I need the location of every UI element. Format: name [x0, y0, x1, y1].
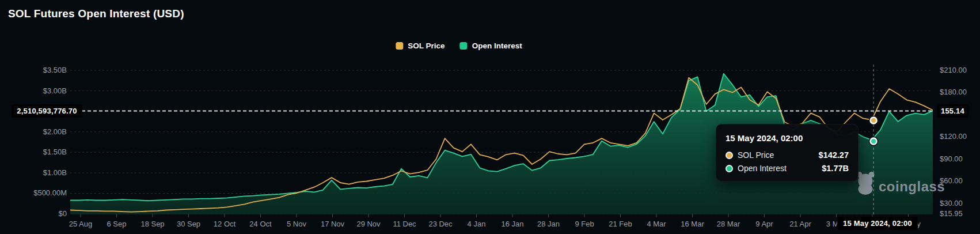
x-axis-label: 18 Sep	[140, 220, 164, 228]
x-axis-label: 5 Nov	[287, 220, 306, 228]
sol-price-current-badge: 155.14	[937, 104, 968, 118]
left-axis-label: $1.50B	[0, 148, 67, 157]
chart-canvas[interactable]: coinglass	[0, 0, 980, 234]
hover-date-badge: 15 May 2024, 02:00	[837, 217, 918, 230]
legend-swatch-icon	[396, 42, 403, 50]
coinglass-mascot-icon	[857, 172, 875, 195]
legend-item-label: Open Interest	[472, 41, 522, 50]
left-axis-label: $500.00M	[0, 188, 67, 198]
left-axis-label: $1.00B	[0, 168, 67, 178]
chart-legend: SOL PriceOpen Interest	[396, 41, 522, 50]
right-axis-label: $120.00	[940, 132, 967, 141]
open-interest-current-badge: 2,510,593,776.70	[12, 104, 82, 118]
coinglass-watermark-text: coinglass	[879, 179, 945, 194]
tooltip-row-label: SOL Price	[738, 150, 774, 160]
x-axis-label: 24 Oct	[249, 220, 271, 228]
x-axis-label: 11 Dec	[393, 220, 416, 228]
x-axis-label: 16 Mar	[681, 220, 704, 228]
x-axis-label: 4 Mar	[647, 220, 666, 228]
right-axis-label: $180.00	[940, 88, 967, 97]
tooltip-series-dot-icon	[725, 165, 733, 172]
legend-swatch-icon	[460, 42, 468, 50]
legend-item-sol-price[interactable]: SOL Price	[396, 41, 445, 50]
chart-panel: coinglass SOL Futures Open Interest (USD…	[0, 0, 980, 234]
legend-item-label: SOL Price	[408, 41, 445, 50]
right-axis-label: $15.95	[940, 209, 963, 218]
left-axis-label: $2.00B	[0, 127, 67, 137]
x-axis-label: 17 Nov	[321, 220, 344, 228]
left-axis-label: $0	[0, 209, 67, 218]
x-axis-label: 21 Feb	[609, 220, 632, 228]
hover-tooltip: 15 May 2024, 02:00 SOL Price$142.27Open …	[716, 124, 859, 182]
right-axis-label: $90.00	[940, 154, 963, 164]
tooltip-row-label: Open Interest	[738, 164, 787, 173]
page-title: SOL Futures Open Interest (USD)	[8, 7, 184, 20]
right-axis-label: $210.00	[940, 66, 967, 75]
tooltip-title: 15 May 2024, 02:00	[725, 133, 849, 143]
x-axis-label: 29 Nov	[356, 220, 380, 228]
x-axis-label: 30 Sep	[177, 220, 200, 228]
x-axis-label: 16 Jan	[501, 220, 523, 228]
x-axis-label: 23 Dec	[428, 220, 452, 228]
tooltip-row-value: $142.27	[819, 150, 849, 160]
tooltip-row-value: $1.77B	[822, 164, 849, 173]
tooltip-row-sol-price: SOL Price$142.27	[725, 150, 849, 160]
x-axis-label: 12 Oct	[214, 220, 235, 228]
legend-item-open-interest[interactable]: Open Interest	[460, 41, 522, 50]
x-axis-label: 6 Sep	[107, 220, 127, 228]
right-axis-label: $30.00	[940, 199, 963, 208]
x-axis-label: 28 Mar	[717, 220, 740, 228]
tooltip-rows: SOL Price$142.27Open Interest$1.77B	[725, 150, 849, 173]
x-axis-label: 4 Jan	[468, 220, 486, 228]
left-axis-label: $3.00B	[0, 86, 67, 96]
x-axis-label: 9 Apr	[755, 220, 773, 228]
tooltip-series-dot-icon	[725, 152, 733, 159]
x-axis-label: 28 Jan	[537, 220, 560, 228]
x-axis-label: 25 Aug	[69, 220, 93, 228]
right-axis-label: $60.00	[940, 176, 963, 186]
left-axis-label: $3.50B	[0, 66, 67, 75]
x-axis-label: 21 Apr	[789, 220, 811, 228]
tooltip-row-open-interest: Open Interest$1.77B	[725, 164, 849, 173]
x-axis-label: 9 Feb	[575, 220, 594, 228]
